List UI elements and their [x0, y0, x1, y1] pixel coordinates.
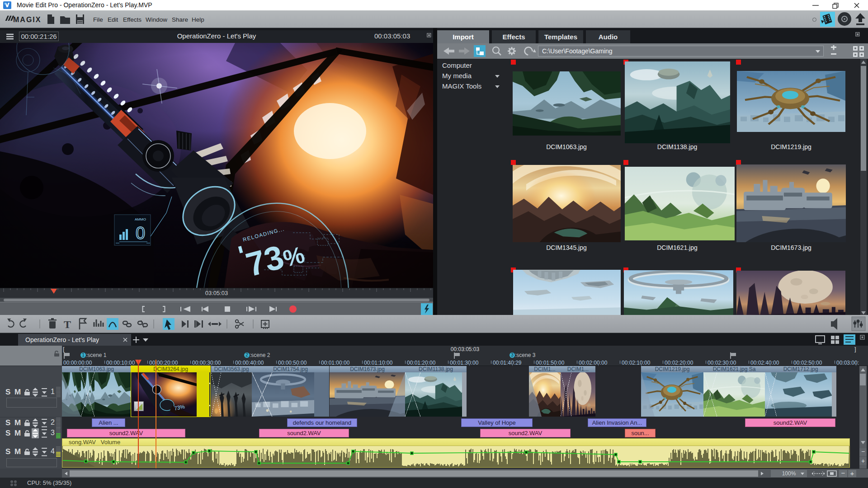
svg-text:T: T — [64, 319, 71, 330]
